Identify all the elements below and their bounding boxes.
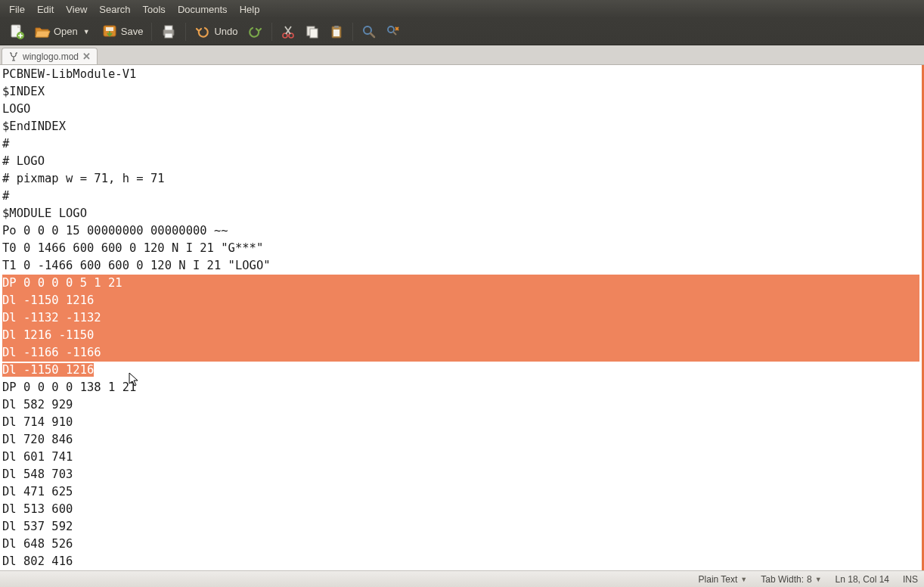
editor-selected-line: Dl -1150 1216 [2, 363, 94, 377]
paste-button[interactable] [325, 22, 348, 42]
editor-selected-line: DP 0 0 0 0 5 1 21 [2, 275, 919, 292]
syntax-mode-label: Plain Text [699, 574, 738, 585]
statusbar: Plain Text ▼ Tab Width: 8 ▼ Ln 18, Col 1… [0, 570, 924, 587]
toolbar-separator [185, 23, 186, 41]
save-label: Save [121, 26, 144, 37]
copy-icon [305, 24, 320, 39]
editor-selected-line: Dl -1166 -1166 [2, 344, 919, 362]
menu-view[interactable]: View [60, 2, 93, 17]
copy-button[interactable] [301, 22, 324, 42]
toolbar-separator [151, 23, 152, 41]
save-button[interactable]: Save [98, 21, 147, 42]
tab-filename: winglogo.mod [23, 51, 79, 62]
dropdown-icon: ▼ [740, 576, 747, 583]
search-icon [361, 24, 377, 39]
text-editor[interactable]: PCBNEW-LibModule-V1 $INDEX LOGO $EndINDE… [0, 65, 924, 570]
svg-rect-5 [165, 26, 172, 30]
menu-help[interactable]: Help [234, 2, 266, 17]
tab-width-label: Tab Width: [761, 574, 804, 585]
find-replace-button[interactable] [382, 22, 405, 42]
menu-file[interactable]: File [3, 2, 31, 17]
toolbar-separator [271, 23, 272, 41]
toolbar-separator [352, 23, 353, 41]
tab-width-selector[interactable]: Tab Width: 8 ▼ [761, 574, 821, 585]
undo-button[interactable]: Undo [191, 21, 241, 42]
svg-rect-6 [165, 33, 172, 38]
menubar: File Edit View Search Tools Documents He… [0, 0, 924, 18]
svg-rect-13 [333, 30, 340, 36]
new-file-button[interactable] [5, 21, 29, 42]
menu-tools[interactable]: Tools [137, 2, 172, 17]
redo-button[interactable] [243, 21, 267, 42]
new-file-icon [8, 23, 25, 40]
redo-icon [247, 23, 263, 40]
paste-icon [329, 24, 344, 39]
svg-rect-10 [310, 29, 318, 38]
print-button[interactable] [157, 21, 181, 42]
file-type-icon [8, 51, 19, 62]
svg-point-15 [388, 26, 394, 33]
tab-width-value: 8 [807, 574, 812, 585]
menu-documents[interactable]: Documents [172, 2, 234, 17]
open-label: Open [54, 26, 78, 37]
menu-edit[interactable]: Edit [31, 2, 60, 17]
save-icon [101, 23, 118, 40]
file-tab[interactable]: winglogo.mod ✕ [2, 48, 98, 64]
find-button[interactable] [358, 22, 380, 42]
dropdown-icon: ▼ [815, 576, 822, 583]
cursor-position: Ln 18, Col 14 [836, 574, 889, 585]
editor-text-before: PCBNEW-LibModule-V1 $INDEX LOGO $EndINDE… [2, 67, 271, 272]
open-dropdown-icon[interactable]: ▼ [81, 28, 92, 36]
tab-close-icon[interactable]: ✕ [82, 51, 91, 62]
editor-selected-line: Dl -1150 1216 [2, 292, 919, 309]
editor-selected-line: Dl 1216 -1150 [2, 327, 919, 344]
folder-open-icon [34, 23, 51, 40]
svg-rect-3 [106, 27, 113, 31]
svg-rect-12 [334, 26, 339, 28]
undo-label: Undo [214, 26, 237, 37]
tab-bar: winglogo.mod ✕ [0, 45, 924, 65]
menu-search[interactable]: Search [93, 2, 136, 17]
editor-text-after: DP 0 0 0 0 138 1 21 Dl 582 929 Dl 714 91… [2, 380, 136, 568]
toolbar: Open ▼ Save Undo [0, 18, 924, 45]
find-replace-icon [386, 24, 401, 39]
cut-button[interactable] [277, 22, 299, 42]
open-button[interactable]: Open ▼ [30, 21, 96, 42]
insert-mode[interactable]: INS [903, 574, 918, 585]
syntax-mode-selector[interactable]: Plain Text ▼ [699, 574, 748, 585]
print-icon [160, 23, 177, 40]
cut-icon [281, 24, 296, 39]
editor-selected-line: Dl -1132 -1132 [2, 309, 919, 327]
undo-icon [194, 23, 211, 40]
